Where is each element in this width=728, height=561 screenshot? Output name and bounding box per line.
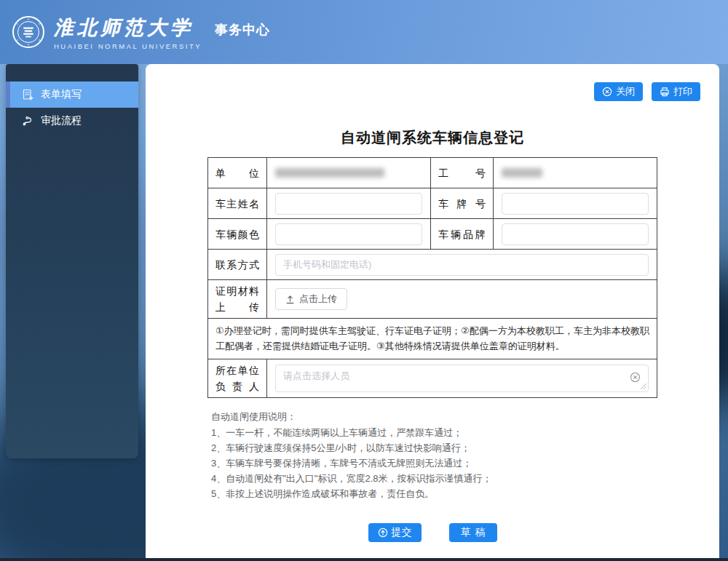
- contact-input[interactable]: [275, 254, 649, 276]
- upload-button-label: 点击上传: [299, 293, 337, 306]
- form-title: 自动道闸系统车辆信息登记: [146, 128, 719, 148]
- upload-button[interactable]: 点击上传: [275, 288, 347, 310]
- unit-value-redacted: [275, 168, 384, 178]
- submit-button[interactable]: 提交: [368, 523, 422, 542]
- employee-no-label: 工号: [431, 158, 494, 188]
- form-actions: 提交 草稿: [146, 523, 719, 542]
- resize-handle-icon[interactable]: [641, 383, 646, 389]
- panel-toolbar: 关闭 打印: [594, 82, 700, 101]
- university-name-en: HUAIBEI NORMAL UNIVERSITY: [54, 42, 202, 50]
- vehicle-color-input[interactable]: [275, 223, 422, 245]
- university-name-block: 淮北师范大学 HUAIBEI NORMAL UNIVERSITY: [54, 15, 202, 50]
- vehicle-brand-input[interactable]: [502, 223, 649, 245]
- university-seal-logo: [12, 15, 45, 49]
- table-row: ①办理登记时，需同时提供车主驾驶证、行车证电子证明；②配偶一方为本校教职工，车主…: [208, 319, 657, 359]
- sidebar-item-form-fill[interactable]: 表单填写: [6, 81, 138, 108]
- vehicle-brand-label: 车辆品牌: [431, 219, 494, 250]
- manager-select-wrapper: [275, 365, 649, 392]
- usage-instruction-line: 4、自动道闸处有"出入口"标识，宽度2.8米，按标识指示谨慎通行；: [211, 471, 719, 486]
- usage-instruction-line: 1、一车一杆，不能连续两辆以上车辆通过，严禁跟车通过；: [211, 425, 719, 440]
- upload-icon: [285, 295, 295, 304]
- owner-name-input[interactable]: [275, 193, 422, 215]
- app-title: 事务中心: [215, 21, 270, 39]
- taskbar-edge-strip: [0, 558, 728, 561]
- manager-label: 所在单位负责人: [208, 359, 267, 397]
- clear-icon[interactable]: [630, 372, 641, 383]
- usage-instruction-line: 2、车辆行驶速度须保持5公里/小时，以防车速过快影响通行；: [211, 440, 719, 455]
- table-row: 车主姓名 车牌号: [208, 188, 657, 219]
- plate-no-label: 车牌号: [431, 188, 494, 219]
- vehicle-color-label: 车辆颜色: [208, 219, 267, 250]
- usage-instructions-title: 自动道闸使用说明：: [211, 409, 719, 424]
- close-button[interactable]: 关闭: [594, 82, 643, 101]
- draft-button-label: 草稿: [461, 526, 490, 539]
- table-row: 联系方式: [208, 250, 657, 280]
- sidebar-item-label: 表单填写: [41, 88, 82, 101]
- app-header: 淮北师范大学 HUAIBEI NORMAL UNIVERSITY 事务中心: [0, 0, 728, 64]
- owner-name-label: 车主姓名: [208, 188, 267, 219]
- unit-label: 单位: [208, 158, 267, 188]
- close-circle-icon: [602, 87, 612, 97]
- print-button-label: 打印: [673, 85, 692, 98]
- table-row: 证明材料上传 点击上传: [208, 280, 657, 319]
- close-button-label: 关闭: [616, 85, 635, 98]
- form-fill-icon: [22, 89, 33, 100]
- usage-instruction-line: 5、非按上述说明操作造成破坏和事故者，责任自负。: [211, 486, 719, 501]
- print-button[interactable]: 打印: [652, 82, 700, 101]
- draft-button[interactable]: 草稿: [449, 523, 497, 542]
- form-note: ①办理登记时，需同时提供车主驾驶证、行车证电子证明；②配偶一方为本校教职工，车主…: [208, 319, 657, 359]
- table-row: 车辆颜色 车辆品牌: [208, 219, 657, 250]
- registration-form-table: 单位 工号 车主姓名 车牌号 车辆颜色 车辆品牌 联系方式 证明材料上传: [207, 157, 657, 398]
- usage-instructions: 自动道闸使用说明： 1、一车一杆，不能连续两辆以上车辆通过，严禁跟车通过； 2、…: [211, 409, 719, 501]
- employee-no-value-redacted: [502, 168, 542, 178]
- table-row: 单位 工号: [208, 158, 657, 188]
- table-row: 所在单位负责人: [208, 359, 657, 397]
- main-panel: 关闭 打印 自动道闸系统车辆信息登记 单位 工号 车主姓名 车牌号 车辆颜色: [146, 64, 719, 558]
- contact-label: 联系方式: [208, 250, 267, 280]
- upload-label: 证明材料上传: [208, 280, 267, 319]
- sidebar-item-approval-flow[interactable]: 审批流程: [6, 108, 138, 134]
- submit-button-label: 提交: [392, 526, 412, 539]
- sidebar-item-label: 审批流程: [41, 114, 82, 127]
- approval-flow-icon: [22, 115, 33, 127]
- submit-up-circle-icon: [378, 528, 388, 538]
- usage-instruction-line: 3、车辆车牌号要保持清晰，车牌号不清或无牌照则无法通过；: [211, 455, 719, 471]
- printer-icon: [660, 87, 670, 97]
- university-name-cn: 淮北师范大学: [54, 15, 202, 41]
- manager-select-input[interactable]: [275, 365, 649, 392]
- plate-no-input[interactable]: [502, 193, 649, 215]
- sidebar: 表单填写 审批流程: [6, 64, 138, 458]
